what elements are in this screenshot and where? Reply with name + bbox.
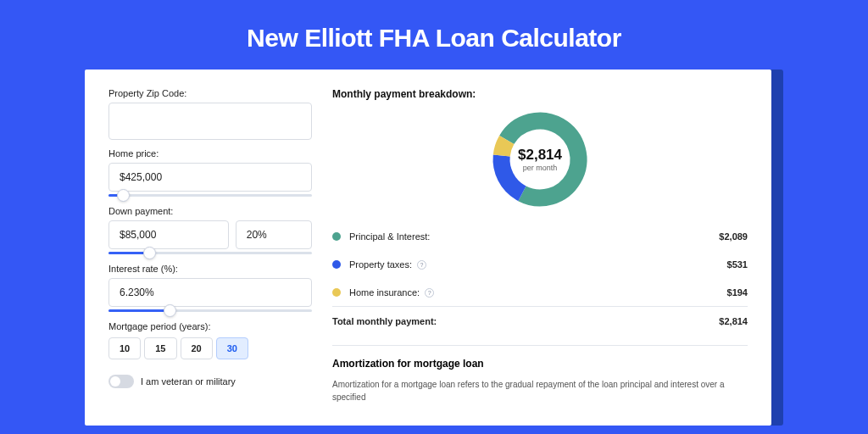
breakdown-row: Home insurance:?$194 (332, 278, 748, 306)
period-option-15[interactable]: 15 (144, 337, 176, 359)
rate-input[interactable] (108, 278, 312, 307)
rate-slider-thumb[interactable] (164, 304, 176, 317)
breakdown-total-row: Total monthly payment:$2,814 (332, 306, 748, 335)
donut-chart: $2,814 per month (489, 108, 591, 210)
donut-svg (489, 108, 591, 210)
breakdown-total-value: $2,814 (719, 316, 748, 326)
period-option-30[interactable]: 30 (216, 337, 248, 359)
breakdown-label: Principal & Interest: (349, 231, 719, 242)
period-option-10[interactable]: 10 (108, 337, 141, 359)
veteran-toggle-knob (110, 376, 120, 387)
down-payment-block: Down payment: (108, 206, 312, 255)
results-panel: Monthly payment breakdown: $2,814 per mo… (332, 88, 748, 407)
breakdown-row: Property taxes:?$531 (332, 250, 748, 278)
breakdown-label: Home insurance:? (349, 287, 727, 298)
zip-input[interactable] (108, 103, 312, 140)
card-backdrop: Property Zip Code: Home price: Down paym… (85, 70, 783, 426)
rate-label: Interest rate (%): (108, 264, 312, 274)
breakdown-value: $2,089 (719, 231, 748, 242)
breakdown-value: $194 (727, 287, 748, 298)
home-price-slider[interactable] (108, 194, 312, 198)
home-price-input[interactable] (108, 163, 312, 192)
rate-block: Interest rate (%): (108, 264, 312, 313)
rate-slider[interactable] (108, 309, 312, 313)
down-payment-slider-thumb[interactable] (143, 247, 156, 259)
home-price-slider-thumb[interactable] (117, 189, 130, 202)
rate-slider-fill (108, 309, 170, 312)
page-title: New Elliott FHA Loan Calculator (0, 0, 868, 70)
help-icon[interactable]: ? (425, 288, 434, 298)
period-label: Mortgage period (years): (108, 321, 312, 331)
veteran-label: I am veteran or military (141, 376, 236, 387)
breakdown-title: Monthly payment breakdown: (332, 88, 748, 100)
swatch-icon (332, 232, 341, 241)
veteran-row: I am veteran or military (108, 375, 312, 388)
breakdown-total-label: Total monthly payment: (332, 316, 719, 326)
breakdown-label: Property taxes:? (349, 259, 727, 270)
swatch-icon (332, 260, 341, 269)
form-panel: Property Zip Code: Home price: Down paym… (108, 88, 312, 407)
period-block: Mortgage period (years): 10152030 (108, 321, 312, 359)
amortization-section: Amortization for mortgage loan Amortizat… (332, 345, 748, 403)
period-option-20[interactable]: 20 (181, 337, 213, 359)
breakdown-row: Principal & Interest:$2,089 (332, 222, 748, 250)
amortization-title: Amortization for mortgage loan (332, 358, 748, 370)
breakdown-list: Principal & Interest:$2,089Property taxe… (332, 222, 748, 335)
down-amount-input[interactable] (108, 220, 229, 249)
home-price-label: Home price: (108, 148, 312, 159)
down-payment-slider[interactable] (108, 252, 312, 255)
zip-label: Property Zip Code: (108, 88, 312, 98)
period-options: 10152030 (108, 337, 312, 359)
down-payment-label: Down payment: (108, 206, 312, 216)
donut-chart-wrap: $2,814 per month (332, 108, 748, 210)
zip-field-block: Property Zip Code: (108, 88, 312, 140)
help-icon[interactable]: ? (417, 260, 426, 270)
home-price-block: Home price: (108, 148, 312, 198)
veteran-toggle[interactable] (108, 375, 134, 388)
amortization-text: Amortization for a mortgage loan refers … (332, 378, 748, 403)
down-percent-input[interactable] (236, 220, 312, 249)
swatch-icon (332, 288, 341, 297)
breakdown-value: $531 (727, 259, 748, 270)
calculator-card: Property Zip Code: Home price: Down paym… (85, 70, 771, 426)
